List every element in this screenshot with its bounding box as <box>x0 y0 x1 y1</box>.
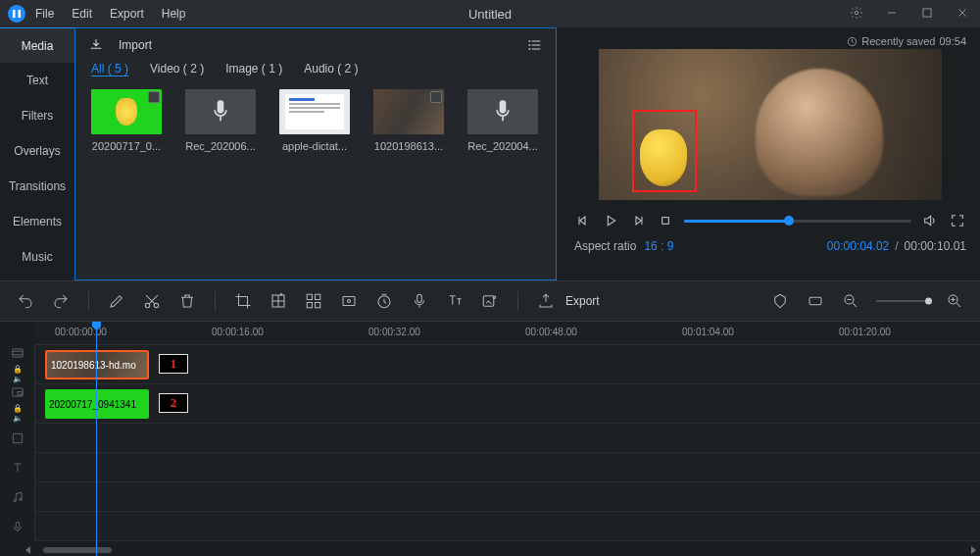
ruler-label: 00:00:48.00 <box>525 327 577 337</box>
prev-frame-icon[interactable] <box>574 212 592 229</box>
svg-marker-19 <box>636 217 641 225</box>
media-item[interactable]: 20200717_0... <box>91 89 162 152</box>
svg-point-35 <box>348 300 351 303</box>
scroll-left-icon[interactable] <box>25 546 30 554</box>
svg-point-23 <box>145 303 150 308</box>
media-filter-row: All ( 5 ) Video ( 2 ) Image ( 1 ) Audio … <box>87 62 544 76</box>
svg-marker-22 <box>925 216 931 225</box>
svg-point-24 <box>154 303 159 308</box>
undo-icon[interactable] <box>16 291 35 311</box>
media-item[interactable]: Rec_202004... <box>467 89 538 152</box>
grid-icon[interactable] <box>304 291 323 311</box>
tab-text[interactable]: Text <box>0 63 74 98</box>
svg-rect-4 <box>923 8 931 16</box>
scroll-right-icon[interactable] <box>971 546 976 554</box>
svg-line-43 <box>853 303 857 307</box>
tab-filters[interactable]: Filters <box>0 98 74 133</box>
play-icon[interactable] <box>602 212 619 229</box>
filter-all[interactable]: All ( 5 ) <box>91 62 128 76</box>
track-head-pip[interactable]: 🔒🔈 <box>0 384 35 424</box>
edit-icon[interactable] <box>107 291 126 311</box>
track-head-filter[interactable] <box>0 424 35 453</box>
cut-icon[interactable] <box>142 291 162 311</box>
aspect-label: Aspect ratio <box>574 239 636 253</box>
clip-video-2[interactable]: 20200717_0941341 <box>45 389 149 419</box>
next-frame-icon[interactable] <box>629 212 647 229</box>
svg-rect-33 <box>316 303 320 308</box>
import-label[interactable]: Import <box>119 38 152 52</box>
menu-export[interactable]: Export <box>110 7 144 21</box>
voiceover-icon[interactable] <box>410 291 429 311</box>
clip-video-1[interactable]: 1020198613-hd.mo <box>45 350 149 379</box>
preview-video[interactable] <box>599 49 942 200</box>
track-video-2: 🔒🔈 20200717_0941341 2 <box>0 384 980 424</box>
time-separator: / <box>895 239 898 253</box>
zoom-region-icon[interactable] <box>339 291 359 311</box>
timeline-ruler[interactable]: 00:00:00.00 00:00:16.00 00:00:32.00 00:0… <box>35 322 980 345</box>
crop-icon[interactable] <box>233 291 253 311</box>
volume-icon[interactable] <box>921 212 939 229</box>
svg-line-47 <box>956 303 960 307</box>
menu-edit[interactable]: Edit <box>72 7 92 21</box>
svg-rect-56 <box>16 522 20 528</box>
svg-point-11 <box>529 45 530 46</box>
timeline-scrollbar[interactable] <box>35 546 966 554</box>
duration-icon[interactable] <box>374 291 394 311</box>
playback-controls <box>574 212 966 229</box>
import-icon[interactable] <box>87 36 105 54</box>
ruler-label: 00:01:04.00 <box>682 327 734 337</box>
media-item[interactable]: Rec_202006... <box>185 89 256 152</box>
window-title: Untitled <box>468 7 512 22</box>
time-current: 00:00:04.02 <box>827 239 889 253</box>
filter-image[interactable]: Image ( 1 ) <box>225 62 282 76</box>
tab-transitions[interactable]: Transitions <box>0 169 74 204</box>
app-logo-icon <box>8 5 25 23</box>
minimize-icon[interactable] <box>882 6 902 23</box>
media-item[interactable]: apple-dictat... <box>279 89 350 152</box>
svg-point-55 <box>19 498 21 500</box>
media-thumbnails: 20200717_0... Rec_202006... apple-dictat… <box>87 89 544 152</box>
fullscreen-icon[interactable] <box>949 212 966 229</box>
svg-rect-1 <box>19 10 22 18</box>
close-icon[interactable] <box>953 6 972 23</box>
green-screen-icon[interactable] <box>480 291 500 311</box>
tab-music[interactable]: Music <box>0 239 74 275</box>
filter-video[interactable]: Video ( 2 ) <box>150 62 204 76</box>
tab-overlays[interactable]: Overlays <box>0 133 74 169</box>
filter-audio[interactable]: Audio ( 2 ) <box>304 62 358 76</box>
text-to-speech-icon[interactable] <box>445 291 465 311</box>
media-panel: Import All ( 5 ) Video ( 2 ) Image ( 1 )… <box>74 27 557 280</box>
marker-icon[interactable] <box>770 291 790 311</box>
ruler-label: 00:01:20.00 <box>839 327 891 337</box>
export-icon[interactable] <box>536 291 556 311</box>
aspect-value[interactable]: 16 : 9 <box>644 239 673 253</box>
zoom-in-icon[interactable] <box>945 291 964 311</box>
export-button[interactable]: Export <box>565 294 600 308</box>
track-text <box>0 453 980 482</box>
media-item-label: 20200717_0... <box>91 140 162 152</box>
track-head-video[interactable]: 🔒🔈 <box>0 345 35 384</box>
zoom-out-icon[interactable] <box>841 291 860 311</box>
track-head-music[interactable] <box>0 482 35 512</box>
tab-media[interactable]: Media <box>0 27 74 63</box>
saved-status: Recently saved 09:54 <box>574 35 966 47</box>
delete-icon[interactable] <box>177 291 197 311</box>
settings-icon[interactable] <box>847 6 866 23</box>
annotation-1: 1 <box>159 354 188 374</box>
stop-icon[interactable] <box>657 212 674 229</box>
redo-icon[interactable] <box>51 291 71 311</box>
zoom-slider[interactable] <box>876 300 929 302</box>
menu-file[interactable]: File <box>35 7 54 21</box>
media-item[interactable]: 1020198613... <box>373 89 444 152</box>
svg-rect-31 <box>316 294 320 299</box>
menu-help[interactable]: Help <box>162 7 186 21</box>
fit-icon[interactable] <box>806 291 825 311</box>
list-view-icon[interactable] <box>526 36 544 54</box>
preview-progress[interactable] <box>684 220 911 223</box>
mosaic-icon[interactable] <box>269 291 288 311</box>
track-head-text[interactable] <box>0 453 35 482</box>
maximize-icon[interactable] <box>917 6 937 23</box>
track-head-voice[interactable] <box>0 512 35 541</box>
tab-elements[interactable]: Elements <box>0 204 74 239</box>
svg-rect-34 <box>343 297 355 306</box>
